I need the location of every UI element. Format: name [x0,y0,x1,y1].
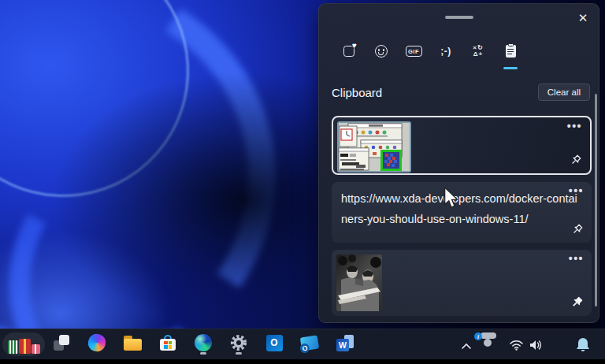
item-more-button[interactable]: ••• [567,119,582,133]
panel-scrollbar[interactable] [595,94,597,306]
info-badge-icon: i [474,332,482,340]
symbols-icon: ×↻ Δ+ [473,45,483,58]
tab-gif[interactable]: GIF [401,39,426,64]
file-explorer-icon [124,336,142,351]
item-pin-button[interactable] [571,224,583,238]
item-pin-button[interactable] [570,154,581,169]
clipboard-flyout-panel: ✕ ♥ GIF ;-) ×↻ Δ+ [318,3,599,323]
gift-box-icon [32,344,40,354]
item-more-button[interactable]: ••• [569,251,584,266]
taskbar-settings-button[interactable] [229,333,248,352]
clipboard-icon [506,45,516,58]
tab-recent[interactable]: ♥ [336,39,362,64]
tray-show-hidden-icons-button[interactable] [461,340,472,352]
page-title: Clipboard [332,86,382,99]
picker-tab-bar: ♥ GIF ;-) ×↻ Δ+ [336,39,523,64]
gift-box-icon [8,340,18,354]
tab-clipboard[interactable] [498,39,523,64]
task-view-icon [54,335,69,351]
clipboard-item-text[interactable]: https://www.xda-developers.com/docker-co… [332,182,592,243]
drag-handle[interactable] [445,16,473,19]
active-tab-indicator [503,67,518,70]
tab-emoji[interactable] [369,39,394,64]
taskbar-outlook-button[interactable]: O [265,333,284,352]
taskbar-copilot-button[interactable] [87,333,106,352]
clipboard-item-image-1[interactable]: ••• [332,116,592,175]
word-icon: W [336,335,354,351]
taskbar-file-explorer-button[interactable] [123,333,142,352]
clear-all-button[interactable]: Clear all [538,84,590,101]
copilot-icon [87,332,108,354]
edge-icon [195,334,212,351]
taskbar-widgets-button[interactable] [2,332,45,356]
tab-kaomoji[interactable]: ;-) [433,39,458,64]
clipboard-item-image-2[interactable]: ••• [332,250,592,316]
tray-notifications-button[interactable] [575,336,591,355]
pin-filled-icon [570,296,583,309]
tab-symbols[interactable]: ×↻ Δ+ [466,39,491,64]
kaomoji-icon: ;-) [440,46,451,57]
item-unpin-button[interactable] [570,296,583,311]
notification-bell-icon [575,336,591,353]
taskbar: O O W i [0,329,605,359]
outlook-icon: O [266,335,283,351]
clipboard-image-thumbnail [337,121,411,173]
taskbar-outlook-new-button[interactable]: O [300,333,319,352]
close-button[interactable]: ✕ [571,7,595,29]
taskbar-microsoft-store-button[interactable] [158,333,177,352]
pin-outline-icon [570,154,581,166]
emoji-smiley-icon [375,45,388,58]
pin-outline-icon [571,224,583,236]
microsoft-store-icon [160,335,176,351]
tray-wifi-button[interactable] [509,340,524,353]
outlook-new-icon: O [300,335,319,351]
gif-icon: GIF [406,46,422,57]
gift-box-icon [19,339,31,354]
running-indicator [200,352,206,355]
recent-favorites-icon: ♥ [343,46,354,57]
letterbox-bar [0,359,605,364]
clipboard-photo-thumbnail [336,254,382,311]
speaker-icon [529,339,543,351]
chevron-up-icon [461,343,472,350]
taskbar-edge-button[interactable] [194,333,213,352]
wifi-icon [509,340,524,351]
clipboard-header: Clipboard Clear all [332,82,590,102]
item-more-button[interactable]: ••• [569,184,584,198]
clipboard-text-content: https://www.xda-developers.com/docker-co… [341,188,577,229]
heart-icon: ♥ [352,41,357,50]
gear-icon [230,334,247,351]
screen: ✕ ♥ GIF ;-) ×↻ Δ+ [0,0,605,364]
taskbar-task-view-button[interactable] [52,333,71,352]
tray-volume-button[interactable] [529,339,543,354]
taskbar-word-button[interactable]: W [336,333,354,352]
running-indicator [236,352,242,355]
